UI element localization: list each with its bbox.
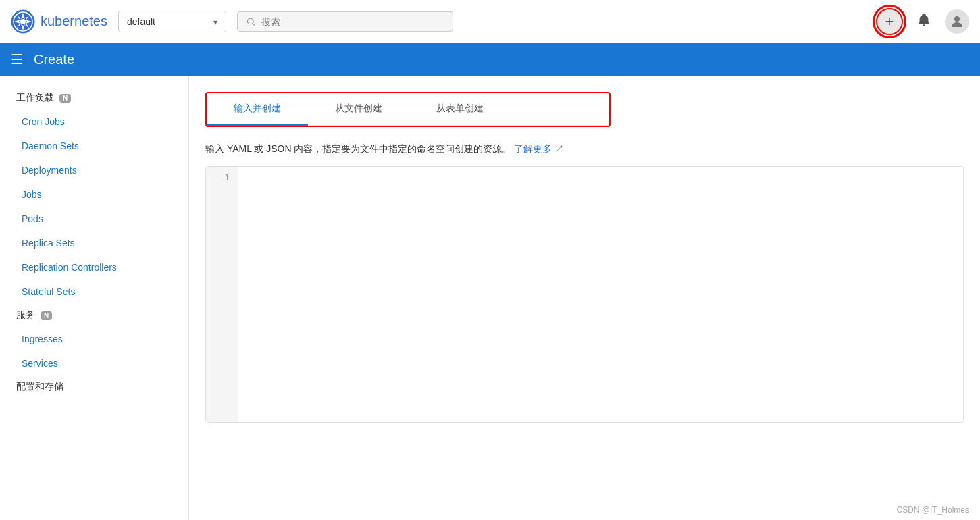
sidebar-item-cron-jobs[interactable]: Cron Jobs [0,109,188,134]
line-numbers: 1 [206,167,238,422]
workload-section-label: 工作负载 [16,92,54,104]
main-layout: 工作负载 N Cron Jobs Daemon Sets Deployments… [0,76,980,520]
tab-file-create[interactable]: 从文件创建 [308,93,409,126]
description-text: 输入 YAML 或 JSON 内容，指定要为文件中指定的命名空间创建的资源。 了… [205,143,964,155]
namespace-dropdown-icon [213,16,217,28]
kubernetes-logo-icon [11,9,35,34]
notification-bell[interactable] [914,9,934,34]
search-icon [246,16,256,27]
service-section-header: 服务 N [0,304,188,327]
namespace-value: default [127,16,208,27]
sidebar-item-ingresses[interactable]: Ingresses [0,327,188,351]
blue-bar: ☰ Create [0,43,980,76]
sidebar-item-daemon-sets[interactable]: Daemon Sets [0,134,188,158]
service-badge: N [41,311,52,320]
search-input[interactable] [261,16,444,27]
svg-line-12 [253,23,255,25]
avatar-icon [949,14,965,30]
code-editor: 1 [205,166,964,423]
sidebar-item-deployments[interactable]: Deployments [0,158,188,182]
service-section-label: 服务 [16,309,35,321]
storage-section-header: 配置和存储 [0,375,188,398]
workload-section-header: 工作负载 N [0,86,188,109]
code-content-area[interactable] [238,167,963,422]
logo-text: kubernetes [41,14,107,29]
svg-point-13 [954,16,960,22]
add-button[interactable]: + [876,8,903,35]
sidebar-item-replica-sets[interactable]: Replica Sets [0,231,188,255]
sidebar-item-stateful-sets[interactable]: Stateful Sets [0,280,188,304]
content-area: 输入并创建 从文件创建 从表单创建 输入 YAML 或 JSON 内容，指定要为… [189,76,980,520]
page-title: Create [34,52,74,68]
sidebar-item-pods[interactable]: Pods [0,207,188,231]
tab-input-create[interactable]: 输入并创建 [207,93,308,126]
learn-more-link[interactable]: 了解更多 ↗ [514,143,564,154]
bell-icon [917,12,931,27]
namespace-selector[interactable]: default [118,11,226,32]
navbar: kubernetes default + [0,0,980,43]
add-button-icon: + [885,13,894,30]
storage-section-label: 配置和存储 [16,381,63,393]
user-avatar[interactable] [945,9,969,34]
workload-badge: N [59,94,71,103]
svg-point-10 [20,19,26,24]
tabs-card: 输入并创建 从文件创建 从表单创建 [205,92,611,127]
sidebar-item-services[interactable]: Services [0,351,188,375]
menu-icon[interactable]: ☰ [11,51,23,68]
logo-link[interactable]: kubernetes [11,9,107,34]
sidebar-item-jobs[interactable]: Jobs [0,182,188,207]
footer-credit: CSDN @IT_Holmes [896,505,969,515]
search-bar[interactable] [237,11,453,32]
tab-form-create[interactable]: 从表单创建 [409,93,511,126]
tabs-list: 输入并创建 从文件创建 从表单创建 [207,93,609,126]
sidebar-item-replication-controllers[interactable]: Replication Controllers [0,255,188,280]
sidebar: 工作负载 N Cron Jobs Daemon Sets Deployments… [0,76,189,520]
